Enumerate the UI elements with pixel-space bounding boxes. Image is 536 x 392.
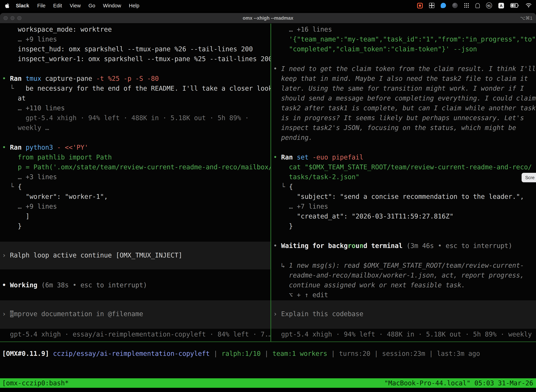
tmux-session-label: [omx-cczip0:bash* (2, 378, 69, 388)
terminal-line: "worker": "worker-1", (2, 192, 270, 202)
prompt-right[interactable]: › Explain this codebase (271, 300, 536, 329)
ghost-app-icon[interactable] (475, 3, 480, 8)
panes-bottom-border (0, 341, 536, 342)
pane-right-output: … +16 lines '{"team_name":"my-team","tas… (273, 25, 536, 300)
terminal-line: ↳ 1 new msg(s): read $OMX_TEAM_STATE_ROO… (273, 261, 536, 271)
terminal-window: omx --xhigh --madmax ⌥⌘1 workspace_mode:… (0, 13, 536, 392)
terminal-line: › Ralph loop active continue [OMX_TMUX_I… (2, 250, 270, 260)
terminal-line: later. Using the same for transition mig… (273, 84, 536, 93)
dots-grid-icon[interactable] (464, 3, 469, 8)
tmux-host-time: "MacBook-Pro-44.local" 05:03 31-Mar-26 (384, 378, 533, 388)
terminal-line: gpt-5.4 xhigh · 94% left · 488K in · 5.1… (273, 330, 536, 339)
terminal-line (2, 133, 270, 143)
terminal-line: keep that in mind. Maybe I also need the… (273, 74, 536, 84)
zoom-button[interactable] (17, 16, 21, 20)
terminal-line: cat "$OMX_TEAM_STATE_ROOT/team/review-cu… (273, 162, 536, 172)
input-source-icon[interactable]: A (498, 3, 504, 8)
terminal-line: › Improve documentation in @filename (2, 309, 270, 319)
terminal-line: pending. (273, 133, 536, 143)
terminal: workspace_mode: worktree … +9 lines insp… (0, 23, 536, 392)
screen: Slack FileEditViewGoWindowHelp 61 A (0, 0, 536, 392)
window-titlebar[interactable]: omx --xhigh --madmax ⌥⌘1 (0, 13, 536, 23)
terminal-line: gpt-5.4 xhigh · essay/ai-reimplementatio… (2, 330, 270, 339)
grid-app-icon[interactable] (429, 3, 434, 8)
terminal-line: should send a message before completing … (273, 93, 536, 103)
window-shortcut: ⌥⌘1 (520, 15, 536, 21)
close-button[interactable] (4, 16, 8, 20)
terminal-line: • Ran python3 - <<'PY' (2, 143, 270, 152)
terminal-line: at (2, 93, 270, 103)
terminal-line: readme-and-reco/mailbox/worker-1.json, a… (273, 271, 536, 280)
terminal-line (2, 64, 270, 74)
omx-statusline: [OMX#0.11.9] cczip/essay/ai-reimplementa… (0, 349, 536, 359)
recording-indicator-icon[interactable] (417, 3, 423, 8)
terminal-line: ] (2, 211, 270, 221)
terminal-line: … +9 lines (2, 34, 270, 44)
terminal-line: • Ran set -euo pipefail (273, 152, 536, 162)
pane-right-statusline: gpt-5.4 xhigh · 94% left · 488K in · 5.1… (273, 330, 536, 339)
terminal-line: tasks/task-2.json" (273, 172, 536, 182)
terminal-line: • I need to get the claim token from the… (273, 64, 536, 74)
terminal-line: continue assigned work or next feasible … (273, 280, 536, 290)
menu-file[interactable]: File (34, 3, 49, 8)
terminal-line: inspect_hud: omx sparkshell --tmux-pane … (2, 44, 270, 54)
battery-icon[interactable] (510, 3, 519, 8)
terminal-line: } (2, 221, 270, 231)
terminal-line: … +3 lines (2, 172, 270, 182)
terminal-line: workspace_mode: worktree (2, 25, 270, 34)
working-status: • Working (6m 38s • esc to interrupt) (2, 280, 270, 290)
window-title: omx --xhigh --madmax (0, 15, 536, 21)
terminal-line: › Explain this codebase (273, 309, 536, 319)
terminal-line: from pathlib import Path (2, 152, 270, 162)
pane-left[interactable]: workspace_mode: worktree … +9 lines insp… (0, 23, 270, 341)
menu-bar: Slack FileEditViewGoWindowHelp 61 A (0, 0, 536, 11)
terminal-line: "subject": "send a concise recommendatio… (273, 192, 536, 202)
terminal-line (273, 54, 536, 64)
pane-left-output: workspace_mode: worktree … +9 lines insp… (2, 25, 270, 231)
wifi-icon[interactable] (526, 3, 532, 8)
temperature-badge[interactable]: 61 (486, 2, 492, 9)
terminal-line: └ { (273, 182, 536, 192)
terminal-line: "completed","claim_token":"claim-token"}… (273, 44, 536, 54)
terminal-line: "created_at": "2026-03-31T11:59:27.816Z" (273, 211, 536, 221)
terminal-line: inspect_worker-1: omx sparkshell --tmux-… (2, 54, 270, 64)
terminal-line: inspect task2's JSON, focusing on the st… (273, 123, 536, 133)
terminal-line: [OMX#0.11.9] cczip/essay/ai-reimplementa… (2, 349, 536, 359)
menu-window[interactable]: Window (99, 3, 125, 8)
blue-app-icon[interactable] (441, 3, 446, 8)
pane-right[interactable]: … +16 lines '{"team_name":"my-team","tas… (271, 23, 536, 341)
terminal-line (273, 231, 536, 241)
menu-go[interactable]: Go (85, 3, 99, 8)
menu-help[interactable]: Help (125, 3, 143, 8)
prompt-left[interactable]: › Improve documentation in @filename (0, 300, 270, 329)
minimize-button[interactable] (10, 16, 14, 20)
terminal-line: task2 after task1 is complete, but can I… (273, 103, 536, 113)
screen-sharing-tooltip[interactable]: Scre (522, 173, 536, 182)
pane-left-statusline: gpt-5.4 xhigh · essay/ai-reimplementatio… (2, 330, 270, 339)
terminal-line: • Ran tmux capture-pane -t %25 -p -S -80 (2, 74, 270, 84)
menu-edit[interactable]: Edit (49, 3, 66, 8)
terminal-line: └ be necessary for the end of the README… (2, 84, 270, 93)
tmux-status-bar: [omx-cczip0:bash* "MacBook-Pro-44.local"… (0, 378, 536, 388)
ralph-loop-banner: › Ralph loop active continue [OMX_TMUX_I… (0, 242, 270, 269)
terminal-line: is in progress? It seems likely but perh… (273, 113, 536, 123)
menu-app-name[interactable]: Slack (12, 3, 34, 8)
dark-sphere-app-icon[interactable] (452, 3, 458, 8)
terminal-line: └ { (2, 182, 270, 192)
terminal-line: • Waiting for background terminal (3m 46… (273, 241, 536, 251)
terminal-line (273, 251, 536, 261)
menu-view[interactable]: View (66, 3, 85, 8)
terminal-line: … +9 lines (2, 202, 270, 211)
terminal-line: p = Path('.omx/state/team/review-current… (2, 162, 270, 172)
terminal-line: … +110 lines (2, 103, 270, 113)
menu-items: FileEditViewGoWindowHelp (34, 3, 143, 8)
terminal-line: weekly … (2, 123, 270, 133)
apple-menu-icon[interactable] (5, 3, 12, 8)
terminal-line: '{"team_name":"my-team","task_id":"1","f… (273, 34, 536, 44)
terminal-line: } (273, 221, 536, 231)
terminal-line: gpt-5.4 xhigh · 94% left · 488K in · 5.1… (2, 113, 270, 123)
terminal-line: … +7 lines (273, 202, 536, 211)
terminal-line: • Working (6m 38s • esc to interrupt) (2, 280, 270, 290)
terminal-line: … +16 lines (273, 25, 536, 34)
terminal-line (273, 143, 536, 152)
